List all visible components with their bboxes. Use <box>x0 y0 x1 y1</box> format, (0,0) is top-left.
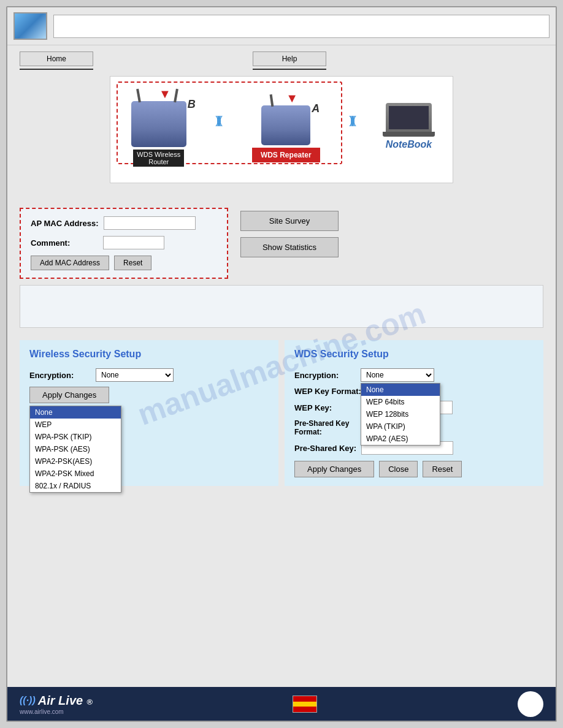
wds-encryption-container: None WEP 64bits WEP 128bits WPA (TKIP) W… <box>361 368 434 382</box>
header-bar <box>7 7 556 45</box>
notebook-base <box>383 132 435 137</box>
arrow-b: ▼ <box>159 87 171 101</box>
dropdown-item-8021x[interactable]: 802.1x / RADIUS <box>30 480 121 492</box>
notebook-label: NoteBook <box>386 139 432 150</box>
wds-dropdown-wep64[interactable]: WEP 64bits <box>361 396 440 408</box>
diagram-container: ▼ B WDS Wireless Router ))) ))) ▼ <box>7 76 556 202</box>
spain-flag <box>293 696 317 713</box>
mac-form-buttons: Add MAC Address Reset <box>31 256 217 270</box>
dropdown-item-wpa-aes[interactable]: WPA-PSK (AES) <box>30 443 121 455</box>
wds-repeater-caption: WDS Repeater <box>252 148 320 162</box>
footer-circle <box>518 691 543 717</box>
wireless-encryption-select[interactable]: None WEP WPA-PSK (TKIP) WPA-PSK (AES) WP… <box>96 368 174 382</box>
device-b-label: B <box>188 98 196 111</box>
device-b: ▼ B WDS Wireless Router <box>131 87 186 167</box>
comment-label: Comment: <box>31 238 98 248</box>
dropdown-item-none[interactable]: None <box>30 406 121 419</box>
nav-underline-left <box>20 69 93 70</box>
signal-a-nb: ))) ))) <box>349 114 356 127</box>
wds-action-buttons: Apply Changes Close Reset <box>294 461 534 477</box>
wds-dropdown: None WEP 64bits WEP 128bits WPA (TKIP) W… <box>361 383 440 446</box>
add-mac-button[interactable]: Add MAC Address <box>31 256 109 270</box>
comment-row: Comment: <box>31 236 217 249</box>
wds-router-caption: WDS Wireless Router <box>133 150 184 167</box>
wep-key-format-label: WEP Key Format: <box>294 387 361 396</box>
wds-apply-button[interactable]: Apply Changes <box>294 461 374 477</box>
airlive-brand: ((·)) Air Live ® <box>20 692 93 708</box>
main-container: Home Help ▼ B WDS Wireless <box>6 6 557 722</box>
dropdown-item-wpa2-mixed[interactable]: WPA2-PSK Mixed <box>30 468 121 480</box>
wireless-encryption-label: Encryption: <box>29 371 91 380</box>
signal-b-a: ))) ))) <box>215 114 223 127</box>
airlive-url: www.airlive.com <box>20 708 93 715</box>
arrow-a: ▼ <box>286 91 298 105</box>
side-buttons: Site Survey Show Statistics <box>240 208 339 279</box>
wds-security-panel: WDS Security Setup Encryption: None WEP … <box>285 340 543 486</box>
dropdown-item-wpa-tkip[interactable]: WPA-PSK (TKIP) <box>30 431 121 443</box>
wds-dropdown-wep128[interactable]: WEP 128bits <box>361 408 440 420</box>
mac-form: AP MAC Address: Comment: Add MAC Address… <box>20 208 228 279</box>
show-statistics-button[interactable]: Show Statistics <box>240 237 339 257</box>
security-sections: Wireless Security Setup Encryption: None… <box>7 334 556 492</box>
dropdown-item-wep[interactable]: WEP <box>30 419 121 431</box>
ap-mac-row: AP MAC Address: <box>31 216 217 230</box>
nav-right: Help <box>253 51 326 70</box>
airlive-logo: ((·)) Air Live ® www.airlive.com <box>20 692 93 715</box>
airlive-signal-icon: ((·)) <box>20 695 36 706</box>
nav-underline-right <box>253 69 326 70</box>
ap-mac-label: AP MAC Address: <box>31 219 99 228</box>
notebook-icon <box>386 103 432 137</box>
dropdown-container: Apply Changes None WEP WPA-PSK (TKIP) WP… <box>29 387 269 406</box>
comment-input[interactable] <box>103 236 164 249</box>
device-a: ▼ A WDS Repeater <box>252 91 320 162</box>
ap-mac-input[interactable] <box>104 216 196 230</box>
pre-shared-format-label: Pre-Shared KeyFormat: <box>294 419 356 436</box>
wds-dropdown-none[interactable]: None <box>361 384 440 396</box>
wds-dropdown-wpa2-aes[interactable]: WPA2 (AES) <box>361 433 440 445</box>
wds-diagram: ▼ B WDS Wireless Router ))) ))) ▼ <box>110 76 453 183</box>
footer: ((·)) Air Live ® www.airlive.com <box>7 687 556 721</box>
wds-close-button[interactable]: Close <box>379 461 418 477</box>
wds-encryption-row: Encryption: None WEP 64bits WEP 128bits … <box>294 368 534 382</box>
dropdown-item-wpa2-aes[interactable]: WPA2-PSK(AES) <box>30 455 121 468</box>
form-section: AP MAC Address: Comment: Add MAC Address… <box>7 202 556 285</box>
wds-security-title: WDS Security Setup <box>294 349 534 360</box>
signal-waves-right: ))) <box>219 114 223 127</box>
header-logo <box>13 12 47 40</box>
diagram-wrapper: ▼ B WDS Wireless Router ))) ))) ▼ <box>110 77 453 183</box>
signal-waves-mid2: ))) <box>353 114 356 127</box>
wireless-security-title: Wireless Security Setup <box>29 349 269 360</box>
wireless-security-panel: Wireless Security Setup Encryption: None… <box>20 340 278 486</box>
wds-encryption-label: Encryption: <box>294 371 356 380</box>
router-icon: B <box>131 101 186 147</box>
notebook-device: NoteBook <box>386 103 432 150</box>
site-survey-button[interactable]: Site Survey <box>240 211 339 231</box>
header-title-box <box>53 15 550 38</box>
home-button[interactable]: Home <box>20 51 93 66</box>
help-button[interactable]: Help <box>253 51 326 66</box>
pre-shared-key-label: Pre-Shared Key: <box>294 444 356 453</box>
mac-reset-button[interactable]: Reset <box>114 256 151 270</box>
nav-left: Home <box>20 51 93 70</box>
wds-reset-button[interactable]: Reset <box>423 461 462 477</box>
repeater-icon: A <box>261 105 310 145</box>
wireless-encryption-row: Encryption: None WEP WPA-PSK (TKIP) WPA-… <box>29 368 269 382</box>
device-a-label: A <box>312 102 320 115</box>
top-nav: Home Help <box>7 45 556 76</box>
wep-key-label: WEP Key: <box>294 403 356 412</box>
wds-encryption-select[interactable]: None WEP 64bits WEP 128bits WPA (TKIP) W… <box>361 368 434 382</box>
wireless-apply-button[interactable]: Apply Changes <box>29 387 109 403</box>
ap-list-area <box>20 285 543 328</box>
airlive-brand-text: Air Live ® <box>38 692 93 708</box>
notebook-screen <box>389 106 429 129</box>
wds-dropdown-wpa-tkip[interactable]: WPA (TKIP) <box>361 420 440 433</box>
wireless-dropdown: None WEP WPA-PSK (TKIP) WPA-PSK (AES) WP… <box>29 406 121 493</box>
